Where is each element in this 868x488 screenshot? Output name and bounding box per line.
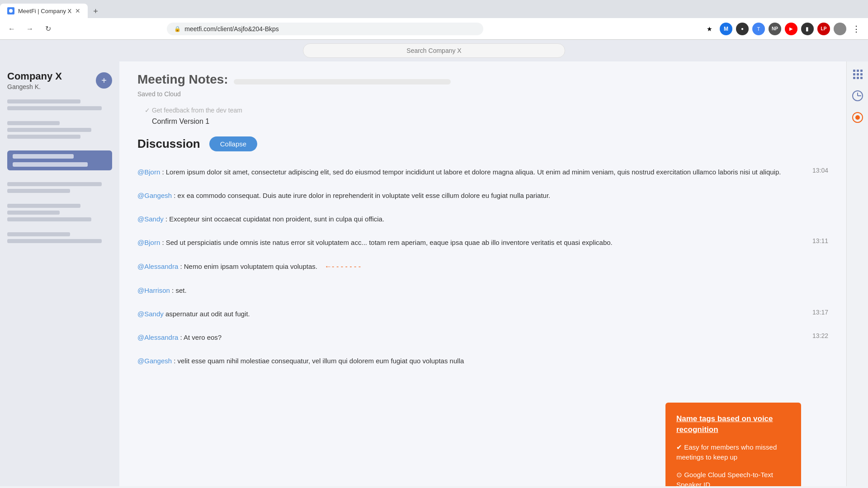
grid-dot-9	[860, 77, 863, 79]
grid-dot-4	[853, 73, 855, 75]
entry-8: @Gangesh : velit esse quam nihil molesti…	[137, 349, 828, 373]
entry-text-3: @Bjorn : Sed ut perspiciatis unde omnis …	[137, 237, 797, 248]
sidebar-active-line-1	[13, 154, 74, 159]
sidebar-skeleton-12	[7, 239, 102, 243]
youtube-icon[interactable]: ▶	[785, 23, 797, 35]
tab-close-button[interactable]: ✕	[75, 7, 80, 14]
record-icon[interactable]	[850, 110, 865, 125]
grid-view-icon[interactable]	[850, 67, 865, 81]
entry-6: @Sandy aspernatur aut odit aut fugit. 13…	[137, 302, 828, 326]
mention-7: @Alessandra	[137, 333, 178, 341]
entry-body-3b: totam rem aperiam, eaque ipsa quae ab il…	[369, 239, 613, 246]
user-avatar[interactable]	[834, 23, 846, 35]
page-title-input-bar	[234, 79, 451, 84]
content-area: Meeting Notes: Saved to Cloud ✓ Get feed…	[119, 61, 846, 486]
entry-body-2: : Excepteur sint occaecat cupidatat non …	[165, 215, 384, 223]
confirm-item: Confirm Version 1	[137, 117, 828, 126]
sidebar-active-item[interactable]	[7, 150, 112, 170]
add-button[interactable]: +	[96, 72, 112, 89]
extensions-icon[interactable]: M	[720, 23, 732, 35]
entry-body-7: : At vero eos?	[180, 333, 222, 341]
grid-dot-7	[853, 77, 855, 79]
sidebar-skeleton-9	[7, 211, 60, 215]
entry-text-4: @Alessandra : Nemo enim ipsam voluptatem…	[137, 261, 797, 272]
entry-body-0: : Lorem ipsum dolor sit amet, consectetu…	[162, 168, 781, 176]
url-bar[interactable]: 🔒 meetfi.com/client/Asjfo&204-Bkps	[167, 23, 483, 35]
saved-status: Saved to Cloud	[137, 90, 828, 98]
bookmark-icon[interactable]: ★	[703, 23, 716, 35]
translate-icon[interactable]: T	[752, 23, 765, 35]
grid-dot-1	[853, 70, 855, 72]
browser-chrome: MeetFi | Company X ✕ + ← → ↻ 🔒 meetfi.co…	[0, 0, 868, 40]
collapse-button[interactable]: Collapse	[209, 136, 257, 151]
right-panel	[846, 61, 868, 486]
lastpass-icon[interactable]: LP	[817, 23, 830, 35]
new-tab-button[interactable]: +	[90, 5, 102, 18]
dashed-arrow: ←- - - - - - -	[325, 263, 361, 270]
entry-text-8: @Gangesh : velit esse quam nihil molesti…	[137, 356, 797, 366]
clock-icon[interactable]	[850, 89, 865, 103]
discussion-title: Discussion	[137, 137, 200, 151]
tab-bar: MeetFi | Company X ✕ +	[0, 0, 868, 18]
entry-7: @Alessandra : At vero eos? 13:22	[137, 326, 828, 349]
mention-8: @Gangesh	[137, 357, 172, 365]
sidebar-skeleton-4	[7, 128, 91, 132]
sidebar-header: Company X Gangesh K. +	[7, 70, 112, 90]
sidebar-skeleton-3	[7, 121, 60, 125]
sidebar-skeleton-8	[7, 204, 80, 208]
url-text: meetfi.com/client/Asjfo&204-Bkps	[184, 25, 279, 33]
user-name: Gangesh K.	[7, 83, 62, 90]
menu-icon[interactable]: ⋮	[850, 23, 863, 35]
entry-0: @Bjorn : Lorem ipsum dolor sit amet, con…	[137, 160, 828, 184]
entry-text-1: @Gangesh : ex ea commodo consequat. Duis…	[137, 190, 797, 201]
entry-4: @Alessandra : Nemo enim ipsam voluptatem…	[137, 254, 828, 279]
grid-icon-inner	[853, 70, 862, 79]
grid-dot-5	[857, 73, 859, 75]
entry-body-6: aspernatur aut odit aut fugit.	[165, 310, 250, 318]
sidebar-skeleton-5	[7, 135, 80, 139]
entry-text-5: @Harrison : set.	[137, 285, 797, 296]
entry-text-6: @Sandy aspernatur aut odit aut fugit.	[137, 309, 797, 319]
refresh-button[interactable]: ↻	[42, 23, 54, 35]
back-button[interactable]: ←	[5, 23, 18, 35]
discussion-header: Discussion Collapse	[137, 136, 828, 151]
discussion-entries: @Bjorn : Lorem ipsum dolor sit amet, con…	[137, 160, 828, 373]
mention-3: @Bjorn	[137, 239, 160, 246]
np-icon[interactable]: NP	[769, 23, 781, 35]
record-icon-dot	[855, 115, 860, 120]
entry-text-0: @Bjorn : Lorem ipsum dolor sit amet, con…	[137, 167, 797, 178]
screencast-icon[interactable]: ▮	[801, 23, 814, 35]
grid-dot-2	[857, 70, 859, 72]
entry-1: @Gangesh : ex ea commodo consequat. Duis…	[137, 184, 828, 207]
sidebar-active-line-2	[13, 162, 88, 167]
mention-5: @Harrison	[137, 286, 170, 294]
sidebar-skeleton-7	[7, 189, 70, 193]
company-info: Company X Gangesh K.	[7, 70, 62, 90]
forward-button[interactable]: →	[24, 23, 36, 35]
entry-body-1: : ex ea commodo consequat. Duis aute iru…	[174, 192, 550, 199]
mention-1: @Gangesh	[137, 192, 172, 199]
record-icon-ring	[852, 112, 863, 123]
entry-text-7: @Alessandra : At vero eos?	[137, 332, 797, 343]
search-input[interactable]	[303, 43, 565, 58]
popup-item-1: ✔ Easy for members who missed meetings t…	[676, 442, 790, 463]
circle-icon[interactable]: ●	[736, 23, 749, 35]
popup-item-2: ⊙ Google Cloud Speech-to-Text Speaker ID	[676, 470, 790, 486]
lock-icon: 🔒	[174, 26, 181, 32]
entry-time-3: 13:11	[806, 237, 828, 244]
grid-dot-3	[860, 70, 863, 72]
browser-toolbar-right: ★ M ● T NP ▶ ▮ LP ⋮	[703, 23, 863, 35]
feedback-item: ✓ Get feedback from the dev team	[137, 107, 828, 114]
entry-5: @Harrison : set.	[137, 279, 828, 302]
address-bar: ← → ↻ 🔒 meetfi.com/client/Asjfo&204-Bkps…	[0, 18, 868, 40]
sidebar-skeleton-10	[7, 217, 91, 221]
company-name: Company X	[7, 70, 62, 82]
main-layout: Company X Gangesh K. + Me	[0, 61, 868, 486]
entry-3: @Bjorn : Sed ut perspiciatis unde omnis …	[137, 231, 828, 254]
mention-0: @Bjorn	[137, 168, 160, 176]
popup-title: Name tags based on voice recognition	[676, 413, 790, 435]
entry-body-4: : Nemo enim ipsam voluptatem quia volupt…	[180, 263, 317, 270]
active-tab[interactable]: MeetFi | Company X ✕	[0, 4, 88, 18]
entry-time-6: 13:17	[806, 309, 828, 316]
page-title: Meeting Notes:	[137, 72, 228, 86]
